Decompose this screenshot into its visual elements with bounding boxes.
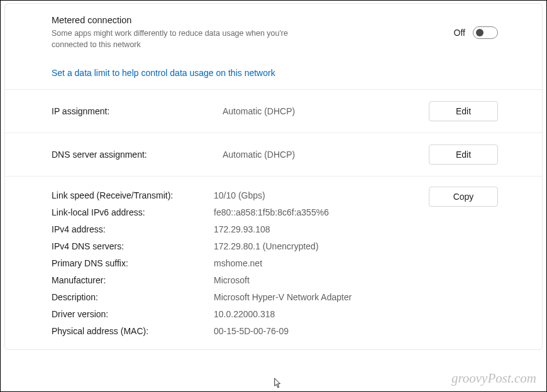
detail-label: IPv4 DNS servers: — [52, 241, 214, 251]
cursor-icon — [274, 378, 282, 389]
metered-toggle[interactable] — [473, 26, 498, 39]
detail-row: Driver version:10.0.22000.318 — [52, 305, 420, 322]
detail-label: Link speed (Receive/Transmit): — [52, 190, 214, 200]
data-limit-link[interactable]: Set a data limit to help control data us… — [52, 68, 275, 78]
copy-details-button[interactable]: Copy — [429, 187, 498, 207]
detail-value: 00-15-5D-00-76-09 — [214, 326, 420, 336]
detail-value: 172.29.80.1 (Unencrypted) — [214, 241, 420, 251]
metered-toggle-state-label: Off — [454, 28, 465, 38]
detail-row: Primary DNS suffix:mshome.net — [52, 254, 420, 271]
detail-value: Microsoft — [214, 275, 420, 285]
detail-value: 172.29.93.108 — [214, 224, 420, 234]
detail-value: fe80::a858:1f5b:8c6f:a355%6 — [214, 207, 420, 217]
detail-label: IPv4 address: — [52, 224, 214, 234]
detail-row: IPv4 address:172.29.93.108 — [52, 220, 420, 237]
detail-row: Description:Microsoft Hyper-V Network Ad… — [52, 288, 420, 305]
metered-toggle-group: Off — [454, 26, 498, 39]
detail-label: Manufacturer: — [52, 275, 214, 285]
metered-title: Metered connection — [52, 15, 441, 25]
dns-assignment-row: DNS server assignment: Automatic (DHCP) … — [5, 133, 542, 177]
network-settings-panel: Metered connection Some apps might work … — [4, 3, 543, 350]
network-details-section: Link speed (Receive/Transmit):10/10 (Gbp… — [5, 177, 542, 349]
detail-label: Link-local IPv6 address: — [52, 207, 214, 217]
ip-assignment-edit-button[interactable]: Edit — [429, 101, 498, 121]
dns-assignment-label: DNS server assignment: — [52, 150, 214, 160]
detail-label: Primary DNS suffix: — [52, 258, 214, 268]
detail-value: Microsoft Hyper-V Network Adapter — [214, 292, 420, 302]
ip-assignment-value: Automatic (DHCP) — [223, 106, 420, 116]
ip-assignment-label: IP assignment: — [52, 106, 214, 116]
metered-description: Some apps might work differently to redu… — [52, 28, 322, 50]
detail-value: 10.0.22000.318 — [214, 309, 420, 319]
detail-label: Driver version: — [52, 309, 214, 319]
toggle-knob — [476, 29, 483, 36]
watermark-text: groovyPost.com — [451, 371, 536, 386]
metered-connection-section: Metered connection Some apps might work … — [5, 4, 542, 90]
dns-assignment-value: Automatic (DHCP) — [223, 150, 420, 160]
detail-row: Manufacturer:Microsoft — [52, 271, 420, 288]
network-details-list: Link speed (Receive/Transmit):10/10 (Gbp… — [52, 187, 420, 339]
detail-label: Physical address (MAC): — [52, 326, 214, 336]
dns-assignment-edit-button[interactable]: Edit — [429, 144, 498, 165]
detail-value: mshome.net — [214, 258, 420, 268]
detail-row: Link-local IPv6 address:fe80::a858:1f5b:… — [52, 204, 420, 220]
ip-assignment-row: IP assignment: Automatic (DHCP) Edit — [5, 90, 542, 133]
detail-label: Description: — [52, 292, 214, 302]
detail-row: Physical address (MAC):00-15-5D-00-76-09 — [52, 322, 420, 339]
detail-row: IPv4 DNS servers:172.29.80.1 (Unencrypte… — [52, 237, 420, 254]
detail-value: 10/10 (Gbps) — [214, 190, 420, 200]
detail-row: Link speed (Receive/Transmit):10/10 (Gbp… — [52, 187, 420, 204]
